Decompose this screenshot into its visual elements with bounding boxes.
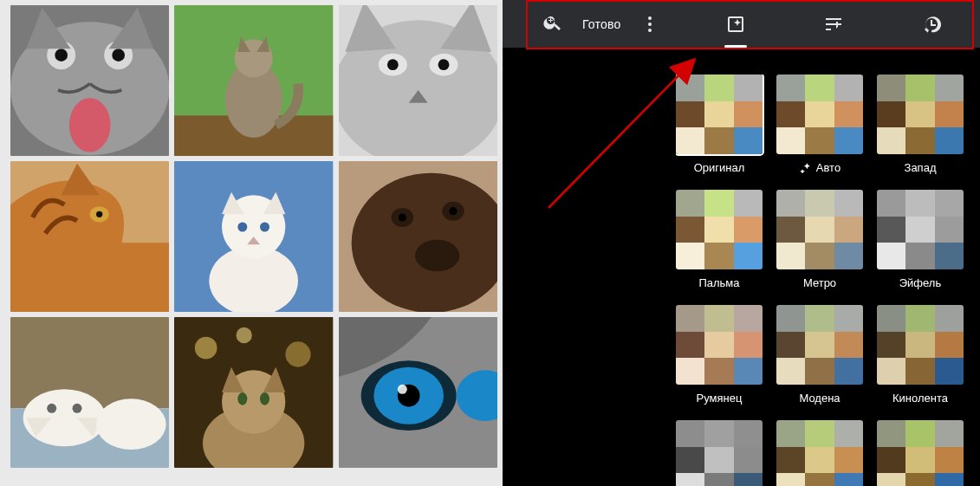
svg-point-50 [96, 399, 166, 450]
filter-label: Метро [776, 276, 863, 289]
svg-point-68 [648, 23, 652, 26]
filter-preset[interactable]: Оригинал [676, 75, 763, 174]
auto-fix-icon [799, 162, 811, 174]
svg-point-65 [397, 385, 406, 394]
collage-cell [10, 5, 169, 156]
filter-thumbnail [776, 190, 863, 269]
editor-panel: Готово ОригиналАвтоЗападПальмаМетроЭйфел [503, 0, 980, 486]
collage-cell [174, 5, 333, 156]
filter-preset[interactable] [877, 420, 964, 486]
collage-cell [10, 317, 169, 468]
filter-thumbnail [776, 305, 863, 385]
filter-preset[interactable]: Авто [776, 75, 863, 174]
filter-presets-panel: ОригиналАвтоЗападПальмаМетроЭйфельРумяне… [676, 75, 980, 486]
svg-point-5 [112, 49, 125, 62]
filter-thumbnail [676, 75, 763, 154]
svg-point-53 [237, 327, 252, 343]
svg-point-45 [23, 389, 106, 446]
svg-point-59 [238, 392, 248, 405]
zoom-in-icon[interactable] [542, 12, 563, 36]
collage-cell [339, 161, 497, 312]
svg-point-54 [286, 341, 311, 366]
collage-cell [10, 161, 169, 312]
filter-preset[interactable]: Метро [776, 190, 863, 289]
filter-preset[interactable]: Модена [776, 305, 863, 405]
filter-preset[interactable]: Румянец [676, 305, 763, 405]
svg-point-60 [260, 392, 269, 405]
filter-thumbnail [676, 305, 763, 385]
image-canvas[interactable] [0, 0, 503, 486]
svg-point-67 [648, 16, 652, 20]
svg-point-34 [260, 223, 269, 232]
filter-thumbnail [776, 75, 863, 154]
filter-label: Модена [776, 392, 863, 405]
filter-thumbnail [877, 190, 964, 269]
svg-point-47 [72, 404, 81, 413]
filter-preset[interactable] [776, 420, 863, 486]
filter-label: Эйфель [877, 276, 964, 289]
filter-preset[interactable]: Пальма [676, 190, 763, 289]
svg-point-40 [398, 213, 406, 221]
tab-filters[interactable] [687, 0, 785, 48]
filter-label: Кинолента [877, 392, 964, 405]
filter-label: Пальма [676, 276, 763, 289]
tab-crop[interactable] [882, 0, 980, 48]
svg-point-52 [195, 337, 217, 360]
collage-cell [339, 5, 497, 156]
filter-label: Оригинал [676, 161, 763, 174]
svg-rect-43 [10, 317, 169, 408]
filter-thumbnail [877, 75, 964, 154]
done-button[interactable]: Готово [582, 17, 620, 31]
collage-cell [174, 317, 333, 468]
filter-thumbnail [877, 305, 964, 385]
filter-preset[interactable]: Запад [877, 75, 964, 174]
filter-label: Авто [776, 161, 863, 174]
svg-point-33 [238, 223, 248, 232]
filter-preset[interactable] [676, 420, 763, 486]
filter-preset[interactable]: Эйфель [877, 190, 964, 289]
more-options-icon[interactable] [639, 14, 660, 35]
svg-point-4 [55, 49, 68, 62]
filter-label: Румянец [676, 392, 763, 405]
tab-adjust[interactable] [785, 0, 883, 48]
svg-point-21 [387, 59, 399, 70]
svg-point-46 [47, 404, 56, 413]
filter-thumbnail [877, 420, 964, 486]
svg-point-41 [449, 207, 457, 215]
filter-label: Запад [877, 161, 964, 174]
svg-point-26 [96, 211, 102, 217]
filter-preset[interactable]: Кинолента [877, 305, 964, 405]
svg-point-8 [69, 98, 111, 152]
collage-cell [339, 317, 497, 468]
collage-cell [174, 161, 333, 312]
editor-toolbar: Готово [503, 0, 980, 48]
svg-point-22 [438, 59, 449, 70]
collage-grid [10, 5, 497, 468]
filter-thumbnail [676, 420, 763, 486]
svg-point-42 [415, 240, 459, 272]
filter-thumbnail [776, 420, 863, 486]
svg-point-69 [648, 29, 652, 32]
filter-thumbnail [676, 190, 763, 269]
